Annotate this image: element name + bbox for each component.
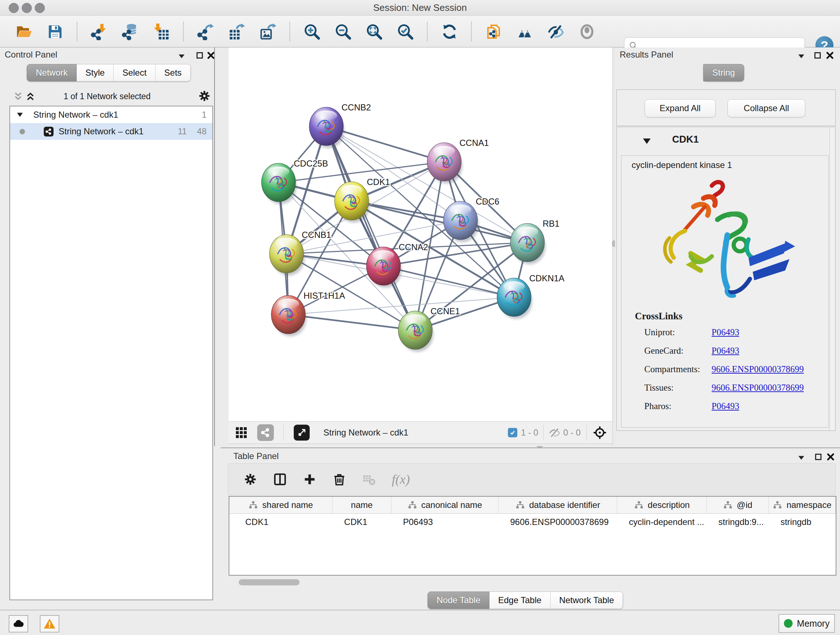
zoom-out-icon[interactable] (333, 22, 352, 41)
results-entry-box: CDK1 cyclin-dependent kinase 1 (616, 127, 836, 431)
network-options-gear-icon[interactable] (198, 89, 211, 103)
column-header-canonical-name[interactable]: canonical name (392, 497, 499, 513)
birdseye-view-icon[interactable] (515, 22, 534, 41)
crosslink-label: Tissues: (644, 383, 712, 393)
crosslink-link[interactable]: 9606.ENSP00000378699 (712, 383, 804, 393)
tab-string[interactable]: String (703, 64, 744, 81)
node-label-CCNA1: CCNA1 (459, 138, 489, 148)
crosslink-row: Compartments:9606.ENSP00000378699 (644, 360, 818, 378)
tab-style[interactable]: Style (77, 64, 114, 81)
column-header-namespace[interactable]: namespace (769, 497, 836, 513)
zoom-window-button[interactable] (35, 3, 45, 13)
crosslink-link[interactable]: P06493 (712, 346, 739, 356)
create-column-plus-icon[interactable] (303, 472, 317, 486)
table-cell: CDK1 (229, 514, 332, 530)
vertical-splitter-left[interactable] (214, 48, 230, 446)
birdseye-toggle-icon[interactable] (294, 424, 309, 440)
close-panel-icon[interactable] (827, 453, 835, 461)
graph-node-CDC25B[interactable]: CDC25B (262, 158, 328, 204)
import-table-from-file-icon[interactable] (152, 22, 171, 41)
grid-view-icon[interactable] (235, 426, 248, 439)
close-panel-icon[interactable] (826, 51, 834, 59)
node-label-CDC6: CDC6 (476, 196, 499, 206)
network-collection-row[interactable]: String Network – cdk1 1 (10, 106, 212, 123)
graph-edge-CCNE1-HIST1H1A[interactable] (288, 315, 415, 330)
graph-node-CCNB2[interactable]: CCNB2 (309, 103, 371, 148)
column-header-description[interactable]: description (617, 497, 706, 513)
crosslink-label: GeneCard: (644, 346, 712, 356)
zoom-selected-icon[interactable] (396, 22, 415, 41)
control-panel-tabs: Network Style Select Sets (27, 64, 191, 81)
float-panel-icon[interactable] (814, 453, 822, 461)
table-cell: CDK1 (332, 514, 392, 530)
collapse-panel-icon[interactable] (178, 53, 185, 59)
save-session-icon[interactable] (46, 22, 65, 41)
zoom-in-icon[interactable] (302, 22, 321, 41)
delete-column-trash-icon[interactable] (332, 472, 346, 486)
float-panel-icon[interactable] (196, 51, 204, 59)
table-row[interactable]: CDK1CDK1P064939606.ENSP00000378699cyclin… (229, 514, 836, 530)
export-table-icon[interactable] (227, 22, 246, 41)
zoom-fit-icon[interactable] (365, 22, 384, 41)
column-header-database-identifier[interactable]: database identifier (499, 497, 617, 513)
import-network-from-database-icon[interactable] (121, 22, 140, 41)
collapse-panel-icon[interactable] (798, 455, 805, 461)
crosslink-link[interactable]: P06493 (712, 327, 739, 337)
tree-expander-icon[interactable] (17, 112, 23, 117)
selected-checkbox-icon[interactable] (508, 428, 517, 437)
graph-node-CCNB1[interactable]: CCNB1 (270, 230, 331, 276)
show-columns-icon[interactable] (273, 472, 287, 486)
table-header-row: shared namenamecanonical namedatabase id… (229, 497, 836, 514)
table-cell: cyclin-dependent ... (617, 514, 706, 530)
window-title: Session: New Session (0, 0, 840, 15)
column-header-shared-name[interactable]: shared name (229, 497, 332, 513)
column-header-name[interactable]: name (332, 497, 392, 513)
table-options-gear-icon[interactable] (243, 472, 257, 486)
fit-selected-crosshair-icon[interactable] (592, 425, 607, 440)
minimize-window-button[interactable] (22, 3, 32, 13)
export-network-icon[interactable] (196, 22, 215, 41)
float-panel-icon[interactable] (813, 51, 821, 59)
cloud-status-button[interactable] (9, 615, 28, 632)
open-session-icon[interactable] (14, 22, 33, 41)
crosslink-link[interactable]: 9606.ENSP00000378699 (712, 364, 804, 374)
import-network-from-file-icon[interactable] (90, 22, 109, 41)
network-row-selected[interactable]: String Network – cdk1 11 48 (10, 123, 212, 140)
memory-button[interactable]: Memory (778, 614, 835, 633)
entry-expander-icon[interactable] (643, 138, 651, 144)
close-panel-icon[interactable] (207, 51, 215, 59)
column-header--id[interactable]: @id (707, 497, 769, 513)
warnings-button[interactable] (40, 615, 59, 632)
hidden-eye-slash-icon[interactable] (549, 427, 561, 439)
export-image-icon[interactable] (258, 22, 277, 41)
tab-select[interactable]: Select (114, 64, 156, 81)
show-graphics-details-icon[interactable] (484, 22, 503, 41)
graph-node-CCNA1[interactable]: CCNA1 (427, 138, 489, 184)
crosslink-row: GeneCard:P06493 (644, 341, 818, 360)
results-scrollbar[interactable] (829, 128, 834, 431)
tab-network[interactable]: Network (27, 64, 77, 81)
tab-node-table[interactable]: Node Table (428, 592, 489, 609)
horizontal-scrollbar-thumb[interactable] (239, 579, 300, 585)
eye-icon[interactable] (577, 22, 596, 41)
expand-all-button[interactable]: Expand All (645, 99, 715, 117)
graph-node-CDK1[interactable]: CDK1 (335, 177, 390, 223)
crosslink-link[interactable]: P06493 (712, 401, 739, 411)
close-window-button[interactable] (9, 3, 19, 13)
tab-edge-table[interactable]: Edge Table (489, 592, 551, 609)
collapse-panel-icon[interactable] (798, 53, 805, 59)
collapse-all-button[interactable]: Collapse All (728, 99, 805, 117)
network-share-icon[interactable] (257, 424, 274, 441)
hide-graphics-details-icon[interactable] (546, 22, 565, 41)
graph-node-CDKN1A[interactable]: CDKN1A (497, 273, 564, 319)
network-canvas[interactable]: CCNB2CCNA1CDC25BCDK1CDC6RB1CCNB1CCNA2CDK… (229, 48, 612, 421)
graph-node-RB1[interactable]: RB1 (510, 219, 560, 264)
table-cell: 9606.ENSP00000378699 (499, 514, 617, 530)
apply-preferred-layout-icon[interactable] (440, 22, 459, 41)
graph-edge-CCNA2-CDKN1A[interactable] (384, 266, 514, 297)
graph-node-CCNE1[interactable]: CCNE1 (398, 306, 460, 352)
graph-node-HIST1H1A[interactable]: HIST1H1A (271, 291, 345, 336)
graph-node-CDC6[interactable]: CDC6 (444, 196, 499, 242)
tab-network-table[interactable]: Network Table (551, 592, 623, 609)
tab-sets[interactable]: Sets (156, 64, 191, 81)
